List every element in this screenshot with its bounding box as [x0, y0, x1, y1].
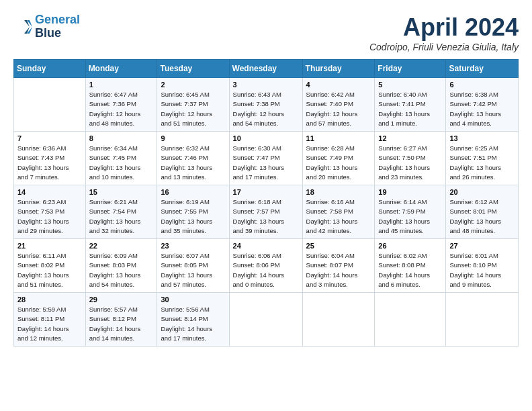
day-number: 1: [89, 81, 154, 89]
calendar-cell: 13Sunrise: 6:25 AM Sunset: 7:51 PM Dayli…: [446, 132, 519, 185]
calendar-cell: 29Sunrise: 5:57 AM Sunset: 8:12 PM Dayli…: [85, 293, 157, 347]
day-info: Sunrise: 6:40 AM Sunset: 7:41 PM Dayligh…: [378, 90, 442, 128]
day-number: 18: [306, 188, 371, 196]
calendar-cell: 2Sunrise: 6:45 AM Sunset: 7:37 PM Daylig…: [157, 78, 229, 132]
day-number: 15: [89, 188, 154, 196]
day-number: 23: [161, 242, 225, 250]
header-wednesday: Wednesday: [229, 60, 302, 78]
header-monday: Monday: [85, 60, 157, 78]
calendar-cell: 27Sunrise: 6:01 AM Sunset: 8:10 PM Dayli…: [446, 239, 519, 293]
day-number: 10: [233, 134, 299, 142]
calendar-cell: 22Sunrise: 6:09 AM Sunset: 8:03 PM Dayli…: [85, 239, 157, 293]
calendar-cell: [229, 293, 302, 347]
day-info: Sunrise: 6:21 AM Sunset: 7:54 PM Dayligh…: [89, 197, 154, 236]
day-number: 25: [306, 242, 371, 250]
day-info: Sunrise: 6:18 AM Sunset: 7:57 PM Dayligh…: [233, 197, 299, 236]
calendar-cell: 21Sunrise: 6:11 AM Sunset: 8:02 PM Dayli…: [14, 239, 86, 293]
day-info: Sunrise: 6:28 AM Sunset: 7:49 PM Dayligh…: [306, 144, 371, 182]
calendar-cell: [446, 293, 519, 347]
week-row-3: 14Sunrise: 6:23 AM Sunset: 7:53 PM Dayli…: [14, 185, 519, 239]
calendar-cell: 25Sunrise: 6:04 AM Sunset: 8:07 PM Dayli…: [302, 239, 375, 293]
day-info: Sunrise: 6:47 AM Sunset: 7:36 PM Dayligh…: [89, 90, 154, 128]
logo: General Blue: [13, 13, 80, 40]
day-info: Sunrise: 6:38 AM Sunset: 7:42 PM Dayligh…: [449, 90, 515, 128]
header-saturday: Saturday: [446, 60, 519, 78]
day-info: Sunrise: 6:01 AM Sunset: 8:10 PM Dayligh…: [449, 251, 515, 289]
day-info: Sunrise: 6:09 AM Sunset: 8:03 PM Dayligh…: [89, 251, 154, 289]
calendar-cell: 12Sunrise: 6:27 AM Sunset: 7:50 PM Dayli…: [375, 132, 446, 185]
day-info: Sunrise: 6:43 AM Sunset: 7:38 PM Dayligh…: [233, 90, 299, 128]
week-row-5: 28Sunrise: 5:59 AM Sunset: 8:11 PM Dayli…: [14, 293, 519, 347]
calendar-cell: 8Sunrise: 6:34 AM Sunset: 7:45 PM Daylig…: [85, 132, 157, 185]
day-info: Sunrise: 6:45 AM Sunset: 7:37 PM Dayligh…: [161, 90, 225, 128]
day-number: 4: [306, 81, 371, 89]
day-number: 2: [161, 81, 225, 89]
day-info: Sunrise: 6:04 AM Sunset: 8:07 PM Dayligh…: [306, 251, 371, 289]
day-number: 20: [449, 188, 515, 196]
day-info: Sunrise: 6:36 AM Sunset: 7:43 PM Dayligh…: [17, 144, 82, 182]
page-header: General Blue April 2024 Codroipo, Friuli…: [13, 13, 519, 52]
day-info: Sunrise: 6:27 AM Sunset: 7:50 PM Dayligh…: [378, 144, 442, 182]
day-number: 12: [378, 134, 442, 142]
day-number: 9: [161, 134, 225, 142]
week-row-1: 1Sunrise: 6:47 AM Sunset: 7:36 PM Daylig…: [14, 78, 519, 132]
day-number: 11: [306, 134, 371, 142]
calendar-cell: 15Sunrise: 6:21 AM Sunset: 7:54 PM Dayli…: [85, 185, 157, 239]
day-number: 26: [378, 242, 442, 250]
header-tuesday: Tuesday: [157, 60, 229, 78]
day-number: 13: [449, 134, 515, 142]
calendar-cell: 6Sunrise: 6:38 AM Sunset: 7:42 PM Daylig…: [446, 78, 519, 132]
day-number: 6: [449, 81, 515, 89]
calendar-cell: 4Sunrise: 6:42 AM Sunset: 7:40 PM Daylig…: [302, 78, 375, 132]
calendar-cell: 18Sunrise: 6:16 AM Sunset: 7:58 PM Dayli…: [302, 185, 375, 239]
day-info: Sunrise: 6:06 AM Sunset: 8:06 PM Dayligh…: [233, 251, 299, 289]
day-info: Sunrise: 6:42 AM Sunset: 7:40 PM Dayligh…: [306, 90, 371, 128]
day-number: 17: [233, 188, 299, 196]
calendar-cell: 17Sunrise: 6:18 AM Sunset: 7:57 PM Dayli…: [229, 185, 302, 239]
calendar-cell: 16Sunrise: 6:19 AM Sunset: 7:55 PM Dayli…: [157, 185, 229, 239]
calendar-cell: 26Sunrise: 6:02 AM Sunset: 8:08 PM Dayli…: [375, 239, 446, 293]
day-number: 24: [233, 242, 299, 250]
calendar-cell: 20Sunrise: 6:12 AM Sunset: 8:01 PM Dayli…: [446, 185, 519, 239]
calendar-cell: 23Sunrise: 6:07 AM Sunset: 8:05 PM Dayli…: [157, 239, 229, 293]
calendar-header-row: SundayMondayTuesdayWednesdayThursdayFrid…: [14, 60, 519, 78]
calendar-cell: 7Sunrise: 6:36 AM Sunset: 7:43 PM Daylig…: [14, 132, 86, 185]
day-number: 21: [17, 242, 82, 250]
day-number: 19: [378, 188, 442, 196]
main-title: April 2024: [369, 13, 519, 42]
header-thursday: Thursday: [302, 60, 375, 78]
day-info: Sunrise: 5:57 AM Sunset: 8:12 PM Dayligh…: [89, 305, 154, 343]
day-info: Sunrise: 6:14 AM Sunset: 7:59 PM Dayligh…: [378, 197, 442, 236]
day-info: Sunrise: 6:16 AM Sunset: 7:58 PM Dayligh…: [306, 197, 371, 236]
day-info: Sunrise: 6:25 AM Sunset: 7:51 PM Dayligh…: [449, 144, 515, 182]
calendar-cell: 14Sunrise: 6:23 AM Sunset: 7:53 PM Dayli…: [14, 185, 86, 239]
day-info: Sunrise: 6:23 AM Sunset: 7:53 PM Dayligh…: [17, 197, 82, 236]
day-info: Sunrise: 6:12 AM Sunset: 8:01 PM Dayligh…: [449, 197, 515, 236]
calendar-cell: 1Sunrise: 6:47 AM Sunset: 7:36 PM Daylig…: [85, 78, 157, 132]
calendar-cell: 19Sunrise: 6:14 AM Sunset: 7:59 PM Dayli…: [375, 185, 446, 239]
logo-icon: [13, 17, 32, 36]
day-info: Sunrise: 6:30 AM Sunset: 7:47 PM Dayligh…: [233, 144, 299, 182]
calendar-cell: 5Sunrise: 6:40 AM Sunset: 7:41 PM Daylig…: [375, 78, 446, 132]
calendar-cell: 28Sunrise: 5:59 AM Sunset: 8:11 PM Dayli…: [14, 293, 86, 347]
day-number: 22: [89, 242, 154, 250]
calendar-cell: 9Sunrise: 6:32 AM Sunset: 7:46 PM Daylig…: [157, 132, 229, 185]
day-number: 3: [233, 81, 299, 89]
day-number: 29: [89, 295, 154, 304]
day-info: Sunrise: 6:34 AM Sunset: 7:45 PM Dayligh…: [89, 144, 154, 182]
header-friday: Friday: [375, 60, 446, 78]
logo-text-line2: Blue: [35, 27, 80, 40]
calendar-table: SundayMondayTuesdayWednesdayThursdayFrid…: [13, 59, 519, 347]
day-number: 8: [89, 134, 154, 142]
day-number: 27: [449, 242, 515, 250]
calendar-cell: 10Sunrise: 6:30 AM Sunset: 7:47 PM Dayli…: [229, 132, 302, 185]
week-row-4: 21Sunrise: 6:11 AM Sunset: 8:02 PM Dayli…: [14, 239, 519, 293]
calendar-cell: [302, 293, 375, 347]
day-number: 16: [161, 188, 225, 196]
calendar-cell: 24Sunrise: 6:06 AM Sunset: 8:06 PM Dayli…: [229, 239, 302, 293]
calendar-cell: [375, 293, 446, 347]
day-number: 30: [161, 295, 225, 304]
title-block: April 2024 Codroipo, Friuli Venezia Giul…: [369, 13, 519, 52]
day-number: 28: [17, 295, 82, 304]
day-info: Sunrise: 5:59 AM Sunset: 8:11 PM Dayligh…: [17, 305, 82, 343]
